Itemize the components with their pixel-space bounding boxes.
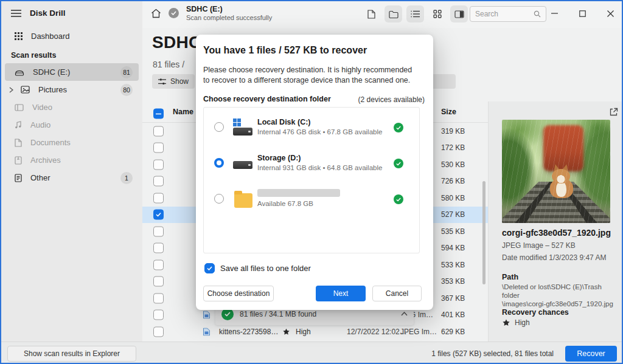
- scan-status-text: 81 files / 34.1 MB found: [240, 310, 395, 318]
- row-size: 535 KB: [441, 227, 465, 236]
- preview-image-corgi[interactable]: [502, 120, 610, 223]
- sidebar-item-video[interactable]: Video: [5, 98, 139, 116]
- row-checkbox[interactable]: [153, 326, 164, 337]
- row-checkbox[interactable]: [153, 126, 164, 136]
- home-icon[interactable]: [151, 9, 161, 18]
- chevron-up-icon[interactable]: [401, 312, 408, 316]
- sidebar-item-audio[interactable]: Audio: [5, 116, 139, 134]
- row-size: 367 KB: [441, 294, 465, 303]
- video-icon: [15, 104, 24, 111]
- chevron-right-icon[interactable]: [7, 87, 15, 93]
- select-all-checkbox[interactable]: [153, 109, 164, 119]
- scan-complete-check-icon: [169, 8, 179, 18]
- column-header-name[interactable]: Name: [173, 108, 193, 116]
- row-checkbox[interactable]: [153, 293, 164, 303]
- close-button[interactable]: [596, 1, 623, 26]
- destination-option-folder[interactable]: Available 67.8 GB: [204, 185, 419, 215]
- save-one-folder-label: Save all files to one folder: [220, 264, 311, 273]
- archive-box-icon: [15, 156, 22, 165]
- radio-selected[interactable]: [214, 158, 224, 168]
- list-view-button[interactable]: [406, 5, 424, 22]
- row-checkbox[interactable]: [153, 143, 164, 153]
- row-size: 172 KB: [441, 143, 465, 152]
- devices-available-label: (2 devices available): [358, 95, 425, 104]
- row-size: 319 KB: [441, 127, 465, 136]
- sidebar: Disk Drill Dashboard Scan results SDHC (…: [1, 1, 142, 342]
- sidebar-item-documents[interactable]: Documents: [5, 134, 139, 151]
- save-one-folder-option[interactable]: Save all files to one folder: [204, 263, 311, 273]
- search-box[interactable]: [470, 6, 546, 22]
- show-filter-label: Show: [170, 77, 189, 86]
- destination-option-storage-d[interactable]: Storage (D:) Internal 931 GB disk • 64.8…: [204, 149, 419, 179]
- sidebar-item-label: Pictures: [38, 85, 120, 94]
- show-filter-button[interactable]: Show: [152, 74, 195, 89]
- table-row[interactable]: kittens-2273598… High 12/7/2022 12:02… J…: [142, 323, 488, 340]
- open-folder-button[interactable]: [385, 5, 402, 22]
- preview-panel-toggle-button[interactable]: [450, 5, 468, 22]
- local-disk-icon: [232, 119, 255, 137]
- dashboard-grid-icon: [15, 32, 23, 40]
- sidebar-item-sdhc[interactable]: SDHC (E:) 81: [5, 63, 139, 81]
- sidebar-badge: 80: [120, 84, 133, 96]
- row-chances: High: [296, 328, 311, 336]
- sidebar-item-label: Dashboard: [31, 32, 133, 41]
- row-checkbox[interactable]: [153, 226, 164, 236]
- column-header-size[interactable]: Size: [441, 108, 456, 116]
- storage-disk-icon: [232, 155, 255, 173]
- pictures-icon: [21, 86, 30, 94]
- destination-option-local-disk-c[interactable]: Local Disk (C:) Internal 476 GB disk • 6…: [204, 113, 419, 143]
- minimize-button[interactable]: [540, 1, 568, 26]
- show-in-explorer-button[interactable]: Show scan results in Explorer: [7, 346, 136, 362]
- recover-button[interactable]: Recover: [565, 346, 617, 362]
- sidebar-badge: 1: [120, 172, 133, 184]
- sidebar-item-other[interactable]: Other 1: [5, 169, 139, 187]
- radio-unselected[interactable]: [214, 194, 224, 204]
- cancel-button[interactable]: Cancel: [372, 286, 422, 301]
- table-scrollbar[interactable]: [482, 181, 486, 284]
- search-input[interactable]: [475, 10, 534, 18]
- row-checkbox[interactable]: [153, 276, 164, 287]
- star-icon: [502, 318, 510, 327]
- maximize-button[interactable]: [568, 1, 596, 26]
- sidebar-item-label: Other: [30, 173, 120, 182]
- sidebar-badge: 81: [120, 66, 133, 78]
- hamburger-menu-icon[interactable]: [11, 9, 21, 18]
- save-one-folder-checkbox[interactable]: [204, 263, 215, 273]
- next-button[interactable]: Next: [316, 286, 366, 301]
- jpeg-file-icon: [203, 328, 210, 335]
- sidebar-item-dashboard[interactable]: Dashboard: [5, 27, 139, 45]
- radio-unselected[interactable]: [214, 122, 224, 132]
- app-window: Disk Drill Dashboard Scan results SDHC (…: [0, 0, 623, 364]
- device-desc: Available 67.8 GB: [257, 200, 313, 207]
- row-checkbox[interactable]: [153, 193, 164, 203]
- file-path: \Deleted or lost\SDHC (E)\Trash folder \…: [502, 283, 618, 308]
- row-checkbox[interactable]: [153, 176, 164, 187]
- row-checkbox[interactable]: [153, 243, 164, 253]
- device-desc: Internal 931 GB disk • 64.8 GB available: [257, 164, 382, 171]
- row-type: JPEG Im…: [400, 328, 437, 336]
- device-name: Local Disk (C:): [257, 118, 311, 126]
- grid-view-button[interactable]: [428, 5, 446, 22]
- device-ok-check-icon: [394, 123, 403, 132]
- row-size: 527 KB: [441, 210, 465, 219]
- titlebar-device-title: SDHC (E:): [186, 5, 272, 13]
- row-checkbox[interactable]: [153, 159, 164, 170]
- sidebar-item-pictures[interactable]: Pictures 80: [5, 81, 139, 98]
- destination-list: Local Disk (C:) Internal 476 GB disk • 6…: [203, 107, 420, 253]
- recovery-dialog: You have 1 files / 527 KB to recover Ple…: [196, 35, 433, 310]
- row-checkbox[interactable]: [153, 259, 164, 270]
- music-note-icon: [15, 121, 22, 129]
- choose-destination-button[interactable]: Choose destination: [203, 286, 274, 301]
- row-checkbox[interactable]: [153, 310, 164, 320]
- row-checkbox[interactable]: [153, 210, 164, 220]
- new-file-button[interactable]: [363, 5, 380, 22]
- bottom-bar: Show scan results in Explorer 1 files (5…: [1, 342, 623, 364]
- page-subtitle: 81 files /: [153, 60, 184, 69]
- open-external-icon[interactable]: [609, 108, 618, 117]
- file-modified: Date modified 1/3/2023 9:47 AM: [502, 253, 606, 262]
- titlebar: SDHC (E:) Scan completed successfully: [142, 1, 623, 28]
- windows-logo-icon: [233, 118, 241, 126]
- sidebar-item-archives[interactable]: Archives: [5, 151, 139, 169]
- rain-overlay: [502, 120, 610, 223]
- sidebar-item-label: Video: [32, 103, 133, 112]
